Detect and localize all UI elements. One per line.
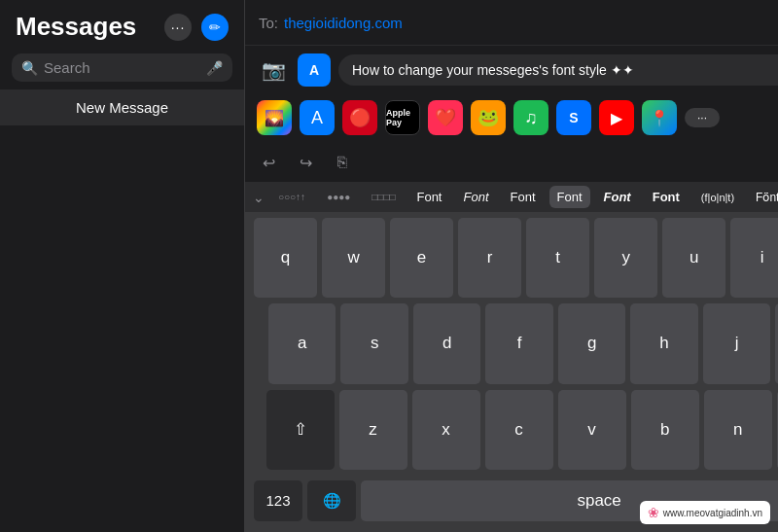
font-option-5[interactable]: Font	[596, 186, 639, 208]
photos-app-icon[interactable]: 🌄	[257, 100, 292, 135]
key-e[interactable]: e	[390, 218, 453, 298]
key-y[interactable]: y	[594, 218, 657, 298]
key-h[interactable]: h	[630, 303, 697, 383]
camera-icon: 📷	[262, 58, 286, 82]
sidebar-icon-group: ··· ✏	[164, 14, 229, 41]
key-w[interactable]: w	[322, 218, 385, 298]
redo-icon: ↪	[300, 154, 312, 172]
font-option-7[interactable]: (f|o|n|t)	[693, 188, 742, 207]
key-i[interactable]: i	[730, 218, 778, 298]
shift-key[interactable]: ⇧	[266, 390, 335, 470]
undo-button[interactable]: ↩	[255, 149, 282, 176]
appstore-icon: A	[311, 108, 323, 128]
more-apps-button[interactable]: ···	[685, 108, 720, 127]
heart-icon: ❤️	[435, 107, 456, 128]
font-dots1[interactable]: ○○○↑↑	[270, 188, 313, 206]
font-option-3[interactable]: Font	[503, 186, 544, 208]
font-option-6[interactable]: Font	[645, 186, 688, 208]
key-rows: q w e r t y u i o p a s d f g	[245, 212, 778, 532]
more-apps-icon: ···	[697, 111, 707, 124]
photos-icon: 🌄	[265, 109, 284, 127]
app-icon: A	[309, 62, 319, 78]
font-chevron-icon[interactable]: ⌄	[253, 190, 265, 205]
spotify-icon: ♫	[524, 108, 538, 128]
sidebar-title: Messages	[16, 12, 136, 42]
pink-app-icon[interactable]: ❤️	[428, 100, 463, 135]
font-option-2[interactable]: Font	[455, 186, 496, 208]
to-recipient[interactable]: thegioididong.com	[284, 15, 403, 31]
key-x[interactable]: x	[412, 390, 480, 470]
globe-key[interactable]: 🌐	[307, 480, 356, 521]
copy-button[interactable]: ⎘	[329, 149, 356, 176]
maps-icon: 📍	[650, 109, 669, 127]
applepay-icon: Apple Pay	[386, 108, 419, 127]
shazam-app-icon[interactable]: S	[556, 100, 591, 135]
compose-icon: ✏	[209, 19, 221, 35]
app-icons-row: 🌄 A 🔴 Apple Pay ❤️ 🐸 ♫ S	[245, 94, 778, 143]
font-option-4[interactable]: Font	[549, 186, 590, 208]
font-dots3[interactable]: □□□□	[364, 188, 403, 206]
key-a[interactable]: a	[268, 303, 336, 383]
key-j[interactable]: j	[703, 303, 770, 383]
key-row-1: q w e r t y u i o p	[249, 218, 778, 298]
watermark-url: www.meovatgiadinh.vn	[663, 508, 762, 518]
keyboard-toolbar: ↩ ↪ ⎘	[245, 143, 778, 182]
to-label: To:	[259, 15, 278, 31]
key-q[interactable]: q	[254, 218, 317, 298]
avatar-app-icon[interactable]: 🐸	[471, 100, 506, 135]
font-option-8[interactable]: Fö̈nt	[748, 187, 778, 208]
key-n[interactable]: n	[704, 390, 772, 470]
globe-icon: 🌐	[323, 492, 341, 510]
compose-button[interactable]: ✏	[201, 14, 229, 41]
youtube-app-icon[interactable]: ▶	[599, 100, 634, 135]
key-r[interactable]: r	[458, 218, 521, 298]
numbers-key[interactable]: 123	[254, 480, 302, 521]
maps-app-icon[interactable]: 📍	[642, 100, 677, 135]
redo-button[interactable]: ↪	[292, 149, 319, 176]
font-picker-row: ⌄ ○○○↑↑ ●●●● □□□□ Font Font Font Font Fo…	[245, 182, 778, 212]
watermark: ❀ www.meovatgiadinh.vn	[640, 501, 770, 524]
red-icon: 🔴	[349, 107, 371, 128]
key-u[interactable]: u	[662, 218, 725, 298]
more-button[interactable]: ···	[164, 14, 192, 41]
shift-icon: ⇧	[294, 419, 307, 440]
key-t[interactable]: t	[526, 218, 589, 298]
mic-icon: 🎤	[206, 60, 223, 76]
message-text: How to change your messeges's font style…	[352, 62, 634, 78]
camera-button[interactable]: 📷	[257, 53, 290, 87]
message-input-area: 📷 A How to change your messeges's font s…	[245, 46, 778, 94]
spotify-app-icon[interactable]: ♫	[513, 100, 548, 135]
sidebar-header: Messages ··· ✏	[0, 0, 244, 48]
key-s[interactable]: s	[340, 303, 407, 383]
search-bar[interactable]: 🔍 Search 🎤	[12, 53, 232, 82]
main-content: To: thegioididong.com + 📷 A How to chang…	[245, 0, 778, 532]
key-z[interactable]: z	[339, 390, 407, 470]
key-row-3: ⇧ z x c v b n m ⌫	[249, 390, 778, 470]
font-dots2[interactable]: ●●●●	[319, 188, 358, 206]
appstore-app-icon[interactable]: A	[300, 100, 335, 135]
key-d[interactable]: d	[413, 303, 480, 383]
apple-pay-icon[interactable]: Apple Pay	[385, 100, 420, 135]
font-option-1[interactable]: Font	[408, 186, 449, 208]
key-row-2: a s d f g h j k l	[249, 303, 778, 383]
app-drawer-button[interactable]: A	[298, 53, 331, 87]
avatar-icon: 🐸	[477, 107, 499, 128]
key-g[interactable]: g	[558, 303, 625, 383]
key-f[interactable]: f	[485, 303, 552, 383]
search-text: Search	[44, 59, 200, 76]
youtube-icon: ▶	[611, 109, 622, 127]
key-b[interactable]: b	[631, 390, 699, 470]
undo-icon: ↩	[263, 154, 275, 172]
more-icon: ···	[171, 19, 186, 35]
to-bar: To: thegioididong.com +	[245, 0, 778, 46]
sidebar: Messages ··· ✏ 🔍 Search 🎤 New Message	[0, 0, 245, 532]
search-icon: 🔍	[21, 60, 38, 76]
key-v[interactable]: v	[558, 390, 626, 470]
message-field[interactable]: How to change your messeges's font style…	[338, 54, 778, 86]
watermark-logo: ❀	[648, 505, 659, 520]
red-app-icon[interactable]: 🔴	[342, 100, 377, 135]
copy-icon: ⎘	[337, 154, 347, 171]
key-c[interactable]: c	[485, 390, 553, 470]
new-message-button[interactable]: New Message	[0, 89, 244, 125]
keyboard: ↩ ↪ ⎘ ⌄ ○○○↑↑ ●●●● □□□□ Font Font Font F…	[245, 143, 778, 532]
